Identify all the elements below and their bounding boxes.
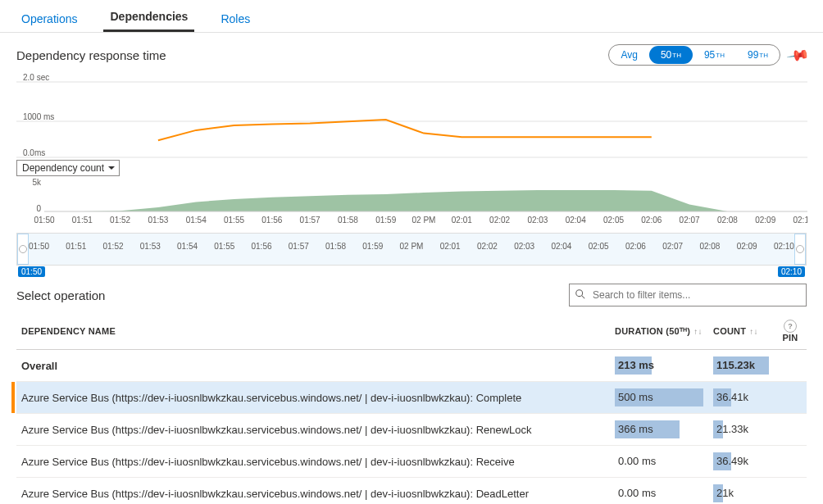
slider-tick: 01:55 — [214, 242, 234, 251]
slider-tick: 02:05 — [589, 242, 609, 251]
slider-tick: 01:50 — [29, 242, 49, 251]
table-row[interactable]: Azure Service Bus (https://dev-i-iuosnlb… — [16, 478, 807, 505]
slider-tick: 02:08 — [699, 242, 720, 251]
svg-point-4 — [576, 290, 583, 297]
x-tick: 01:59 — [375, 216, 396, 225]
cell-pin[interactable] — [774, 478, 807, 505]
slider-tick: 01:54 — [177, 242, 198, 251]
x-tick: 01:54 — [186, 216, 207, 225]
table-row[interactable]: Azure Service Bus (https://dev-i-iuosnlb… — [16, 446, 807, 478]
table-row[interactable]: Azure Service Bus (https://dev-i-iuosnlb… — [16, 414, 807, 446]
x-tick: 01:50 — [34, 216, 54, 225]
help-icon[interactable]: ? — [784, 320, 797, 333]
cell-duration: 500 ms — [610, 382, 708, 414]
slider-tick: 01:56 — [252, 242, 272, 251]
y-tick-bot: 0.0ms — [23, 148, 45, 157]
x-tick: 02:05 — [603, 216, 624, 225]
slider-tick: 02:07 — [662, 242, 683, 251]
cell-count: 21.33k — [708, 414, 774, 446]
percentile-toggle: Avg 50TH 95TH 99TH — [608, 44, 780, 66]
y-tick-top: 2.0 sec — [23, 73, 49, 82]
grip-icon — [796, 245, 804, 253]
x-tick: 02:09 — [755, 216, 775, 225]
col-count[interactable]: Count↑↓ — [708, 311, 774, 350]
tab-operations[interactable]: Operations — [15, 4, 84, 32]
svg-line-5 — [582, 296, 585, 299]
slider-tick: 01:53 — [140, 242, 161, 251]
search-input[interactable] — [569, 284, 807, 306]
slider-tick: 02:01 — [440, 242, 461, 251]
x-tick: 01:52 — [110, 216, 130, 225]
cell-duration: 213 ms — [610, 350, 708, 382]
table-row[interactable]: Azure Service Bus (https://dev-i-iuosnlb… — [16, 382, 807, 414]
cell-pin[interactable] — [774, 350, 807, 382]
x-tick: 02 PM — [412, 216, 436, 225]
count-tick-top: 5k — [32, 178, 42, 187]
cell-count: 36.49k — [708, 446, 774, 478]
slider-tick: 01:51 — [66, 242, 86, 251]
x-tick: 01:58 — [338, 216, 358, 225]
cell-dependency-name: Azure Service Bus (https://dev-i-iuosnlb… — [16, 446, 610, 478]
cell-pin[interactable] — [774, 446, 807, 478]
pill-avg[interactable]: Avg — [609, 46, 648, 64]
search-icon — [575, 288, 586, 300]
table-row[interactable]: Overall213 ms115.23k — [16, 350, 807, 382]
slider-handle-left[interactable]: 01:50 — [17, 234, 29, 265]
cell-dependency-name: Overall — [16, 350, 610, 382]
sort-icon: ↑↓ — [749, 327, 757, 336]
pill-95th[interactable]: 95TH — [693, 46, 736, 64]
cell-count: 21k — [708, 478, 774, 505]
cell-dependency-name: Azure Service Bus (https://dev-i-iuosnlb… — [16, 414, 610, 446]
tab-dependencies[interactable]: Dependencies — [103, 2, 194, 32]
pin-icon[interactable]: 📌 — [785, 43, 811, 68]
section-header: Dependency response time Avg 50TH 95TH 9… — [0, 33, 823, 69]
cell-pin[interactable] — [774, 414, 807, 446]
dependency-table: Dependency name Duration (50ᵀᴴ)↑↓ Count↑… — [16, 311, 807, 504]
x-tick: 02:02 — [489, 216, 510, 225]
col-duration[interactable]: Duration (50ᵀᴴ)↑↓ — [610, 311, 708, 350]
cell-duration: 366 ms — [610, 414, 708, 446]
slider-tick: 02:09 — [737, 242, 757, 251]
x-tick: 01:56 — [261, 216, 282, 225]
slider-start-label: 01:50 — [18, 266, 45, 277]
cell-dependency-name: Azure Service Bus (https://dev-i-iuosnlb… — [16, 478, 610, 505]
page-title: Dependency response time — [16, 48, 166, 62]
cell-count: 115.23k — [708, 350, 774, 382]
tab-roles[interactable]: Roles — [214, 4, 257, 32]
cell-duration: 0.00 ms — [610, 446, 708, 478]
x-tick: 02:10 — [793, 216, 807, 225]
cell-duration: 0.00 ms — [610, 478, 708, 505]
x-tick: 02:06 — [641, 216, 662, 225]
tab-bar: Operations Dependencies Roles — [0, 0, 823, 33]
grip-icon — [19, 245, 27, 253]
col-pin: ? Pin — [774, 311, 807, 350]
slider-tick: 02:03 — [514, 242, 534, 251]
x-tick: 01:53 — [148, 216, 168, 225]
charts: 2.0 sec 1000 ms 0.0ms 5k 0 01:5001:5101:… — [0, 69, 823, 233]
slider-tick-labels: 01:5001:5101:5201:5301:5401:5501:5601:57… — [17, 234, 806, 251]
dependency-count-dropdown[interactable]: Dependency count — [16, 160, 120, 176]
cell-dependency-name: Azure Service Bus (https://dev-i-iuosnlb… — [16, 382, 610, 414]
pill-99th[interactable]: 99TH — [736, 46, 780, 64]
response-time-chart: 2.0 sec 1000 ms 0.0ms 5k 0 01:5001:5101:… — [16, 69, 807, 233]
x-tick: 02:04 — [566, 216, 586, 225]
x-tick: 01:55 — [224, 216, 244, 225]
slider-tick: 02:10 — [774, 242, 794, 251]
col-dependency-name[interactable]: Dependency name — [16, 311, 610, 350]
count-tick-bot: 0 — [36, 204, 41, 213]
slider-handle-right[interactable]: 02:10 — [794, 234, 806, 265]
slider-tick: 02:06 — [625, 242, 646, 251]
slider-tick: 01:52 — [103, 242, 124, 251]
dependency-count-area — [44, 190, 803, 211]
search-wrapper — [569, 284, 807, 306]
x-tick: 02:03 — [527, 216, 548, 225]
y-tick-mid: 1000 ms — [23, 112, 54, 121]
pill-50th[interactable]: 50TH — [649, 46, 693, 64]
select-operation-header: Select operation — [0, 266, 823, 311]
time-range-slider[interactable]: 01:50 01:5001:5101:5201:5301:5401:5501:5… — [16, 233, 807, 266]
response-time-line — [158, 120, 652, 140]
x-tick: 01:57 — [300, 216, 321, 225]
cell-pin[interactable] — [774, 382, 807, 414]
select-operation-title: Select operation — [16, 288, 105, 302]
slider-tick: 02:02 — [477, 242, 498, 251]
